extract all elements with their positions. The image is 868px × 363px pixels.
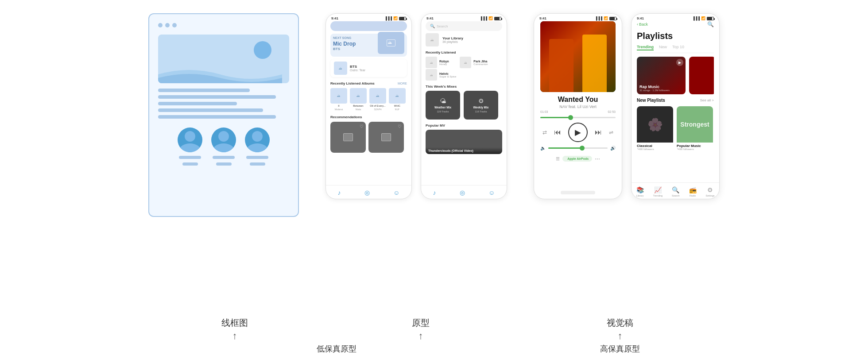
lf-phone-1: 9:41 ▐▐▐ 📶 NEXT SONG Mic Drop: [326, 13, 412, 199]
hf-nav-profile-icon[interactable]: ☺: [488, 189, 495, 196]
album-art: [540, 21, 616, 92]
radio-nav-icon[interactable]: 📻: [689, 186, 697, 193]
lf-bts-name: BTS: [350, 65, 365, 69]
time-total: 02:53: [608, 110, 616, 113]
lf-p1-search-bar[interactable]: [330, 21, 407, 31]
lf-album-thumb-3: ⛰: [369, 88, 386, 104]
lf-p2-recent-col-1: ⛰ Robyn Honey ⛰ Hatvic Sugar &: [426, 57, 456, 81]
wf-line-1: [158, 89, 250, 92]
prototype-label: 原型: [412, 317, 430, 329]
lf-album-name-3: Oil of Every...: [370, 104, 386, 107]
pl-new-header: New Playlists See all >: [637, 98, 714, 103]
volume-low-icon: 🔈: [540, 146, 546, 151]
mix-item-1: 🌤 Weather Mix 129 Tracks: [426, 91, 460, 120]
hf-nav-music-icon[interactable]: ♪: [433, 189, 436, 196]
tab-new[interactable]: New: [659, 45, 667, 50]
lf-p2-popular-mv: Thunderclouds (Official Video): [426, 130, 502, 154]
reco-thumb-2: [381, 133, 391, 141]
chevron-left-icon: ‹: [637, 22, 638, 27]
lf-p2-status-icons: ▐▐▐ 📶: [480, 16, 501, 20]
hf-pl-content: ‹ Back 🔍 Playlists Trending New Top 10 ▶: [632, 21, 719, 182]
mv-label: Thunderclouds (Official Video): [426, 147, 502, 154]
low-fi-label: 低保真原型: [317, 344, 356, 354]
recent-item-3: ⛰ Hatvic Sugar & Spice: [426, 69, 456, 81]
lf-p2-search-bar[interactable]: 🔍 Search: [426, 21, 502, 31]
more-dots-icon[interactable]: ···: [595, 155, 600, 162]
lf-p2-content: 🔍 Search ⛰ Your Library 36 playlists Rec…: [421, 21, 507, 185]
repeat-icon[interactable]: ⇌: [609, 129, 613, 135]
wf-avatar-name-1: [179, 156, 201, 159]
play-button[interactable]: ▶: [568, 123, 588, 142]
hf-nav-browse-icon[interactable]: ◎: [460, 189, 465, 196]
airpods-label: Apple AirPods: [567, 157, 589, 160]
lf-more-btn[interactable]: MORE: [398, 82, 407, 85]
wf-line-2: [158, 95, 276, 99]
art-figure-right: [582, 35, 607, 92]
img-placeholder-icon: [387, 39, 395, 46]
lf-albums-title: Recently Listened Albums: [330, 81, 375, 85]
pl-title: Playlists: [637, 31, 714, 41]
tab-trending[interactable]: Trending: [637, 45, 654, 50]
recent-info-2: Park Jiha Communion: [473, 60, 488, 66]
lf-album-1: ⛰ II Moderat: [330, 88, 347, 111]
lf-phone-2: 9:41 ▐▐▐ 📶 🔍 Search ⛰ You: [421, 13, 507, 199]
lf-reco-title: Recommendations: [330, 115, 362, 119]
lf-bts-sub: Outro: Tear: [350, 69, 365, 72]
lf-album-name-1: II: [338, 104, 339, 107]
art-figure-left: [549, 39, 574, 92]
wf-avatar-1: [178, 127, 202, 166]
pl-new-card-sub-1: 3490 followers: [637, 148, 673, 151]
wf-avatar-3: [245, 127, 270, 166]
progress-bar[interactable]: [540, 117, 616, 118]
dark-album-art: 🌸: [647, 117, 663, 132]
lf-nav-browse-icon[interactable]: ◎: [364, 189, 370, 196]
recent-item-1: ⛰ Robyn Honey: [426, 57, 449, 68]
playback-controls: ⇄ ⏮ ▶ ⏭ ⇌: [540, 123, 616, 142]
recent-name-3: Hatvic: [439, 72, 456, 75]
settings-nav-icon[interactable]: ⚙: [707, 186, 713, 193]
list-icon[interactable]: ☰: [556, 156, 560, 161]
battery-icon-2: [494, 17, 501, 20]
recent-name-1: Robyn: [439, 60, 449, 63]
next-icon[interactable]: ⏭: [595, 128, 602, 136]
lf-p2-mixes-title: This Week's Mixes: [426, 85, 502, 89]
wf-window-dots: [158, 23, 289, 27]
wf-label-group: 线框图 ↑: [151, 317, 319, 342]
trending-nav-icon[interactable]: 📈: [654, 186, 662, 193]
np-time-row: 01:03 02:53: [540, 110, 616, 113]
mix-name-2: Weekly Mix: [473, 106, 489, 109]
hf-pl-status-icons: ▐▐▐ 📶: [692, 16, 714, 20]
volume-fill: [548, 147, 581, 149]
wifi-icon-2: 📶: [488, 16, 493, 20]
hf-np-time: 9:41: [539, 16, 546, 20]
lf-p1-content: NEXT SONG Mic Drop BTS ⛰ BTS Outro: Tear: [326, 21, 411, 185]
lf-p2-mv-title: Popular MV: [426, 124, 502, 127]
search-placeholder: Search: [437, 24, 448, 28]
lf-album-artist-3: SZA/Pri: [374, 108, 381, 111]
recent-sub-1: Honey: [439, 63, 449, 66]
lf-nav-music-icon[interactable]: ♪: [338, 189, 341, 196]
recent-thumb-2: ⛰: [460, 57, 471, 68]
volume-thumb: [580, 146, 585, 151]
volume-bar[interactable]: [548, 147, 608, 149]
library-nav-icon[interactable]: 📚: [636, 186, 644, 193]
lf-nav-profile-icon[interactable]: ☺: [393, 189, 399, 196]
lf-album-thumb-2: ⛰: [350, 88, 367, 104]
tab-top10[interactable]: Top 10: [672, 45, 684, 50]
pl-new-card-name-2: Popular Music: [677, 144, 713, 148]
wf-avatar-name-3: [246, 156, 268, 159]
play-badge-rap[interactable]: ▶: [676, 59, 683, 66]
proto-label-group: 原型 ↑: [319, 317, 523, 342]
lf-bts-thumb: ⛰: [334, 62, 347, 75]
back-button[interactable]: ‹ Back: [637, 22, 648, 27]
album-art-inner: [540, 21, 616, 92]
lf-p2-recent-row: ⛰ Robyn Honey ⛰ Hatvic Sugar &: [426, 57, 502, 81]
shuffle-icon[interactable]: ⇄: [542, 129, 547, 135]
hf-np-status: 9:41 ▐▐▐ 📶: [534, 14, 622, 21]
search-nav-icon[interactable]: 🔍: [672, 186, 679, 193]
hf-np-content: Wanted You NAV feat. Lil Uzi Vert 01:03 …: [534, 21, 622, 191]
pl-search-icon[interactable]: 🔍: [707, 21, 714, 27]
previous-icon[interactable]: ⏮: [554, 128, 561, 136]
pl-nav-settings: ⚙ Settings: [706, 186, 715, 197]
see-all-btn[interactable]: See all >: [700, 98, 714, 102]
